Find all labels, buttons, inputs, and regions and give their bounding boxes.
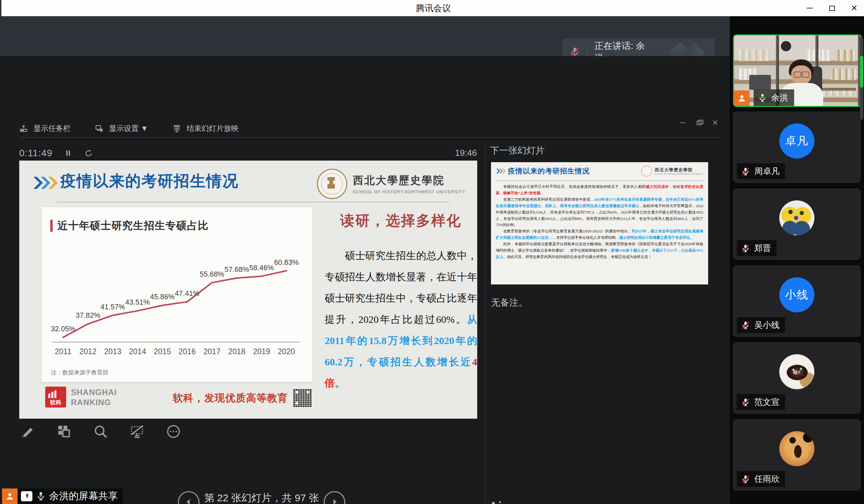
ppt-minimize-icon[interactable]	[679, 119, 687, 127]
ppt-restore-icon[interactable]	[695, 119, 703, 127]
svg-text:43.51%: 43.51%	[125, 298, 150, 306]
participant-tile[interactable]: 任雨欣	[733, 419, 861, 491]
participant-name-chip: 任雨欣	[737, 471, 785, 487]
app-title: 腾讯会议	[1, 0, 864, 16]
svg-text:45.86%: 45.86%	[150, 293, 175, 301]
participant-name-chip: 吴小线	[737, 317, 785, 333]
svg-text:2011: 2011	[55, 347, 71, 356]
timer-row: 0:11:49 19:46	[19, 146, 477, 160]
svg-text:37.82%: 37.82%	[75, 311, 100, 319]
participant-name: 吴小线	[754, 319, 780, 331]
sidebar-scrollbar	[860, 37, 863, 120]
sharer-badge-icon	[2, 489, 17, 504]
participant-name: 余洪	[771, 92, 788, 103]
mic-muted-icon	[741, 244, 750, 253]
zoom-tool-icon[interactable]	[92, 423, 109, 440]
ppt-presenter-view: 显示任务栏 显示设置 ▼ 结束幻灯片放映	[0, 56, 730, 504]
restart-timer-icon[interactable]	[84, 149, 93, 158]
scrollbar-thumb[interactable]	[860, 56, 863, 88]
black-screen-icon[interactable]	[129, 423, 145, 440]
font-decrease-button[interactable]: A▼	[511, 502, 519, 504]
brand-slogan: 软科，发现优质高等教育	[173, 391, 288, 405]
svg-text:2014: 2014	[129, 347, 146, 356]
notes-text: 无备注。	[491, 296, 528, 309]
participant-tile[interactable]: 小线 吴小线	[733, 266, 861, 337]
mic-muted-icon	[741, 167, 750, 176]
participant-name-chip: 周卓凡	[737, 163, 785, 179]
shanghairanking-name: SHANGHAI RANKING	[71, 387, 117, 407]
qr-code	[293, 389, 312, 407]
window-controls: ✕	[805, 0, 859, 16]
line-chart: 2011201220132014201520162017201820192020…	[46, 241, 306, 362]
next-slide-label: 下一张幻灯片	[490, 144, 545, 157]
font-increase-button[interactable]: A▲	[489, 499, 498, 504]
pause-timer-icon[interactable]	[64, 149, 73, 158]
minions-avatar	[779, 200, 814, 235]
participant-tile-speaker[interactable]: 余洪	[733, 34, 862, 107]
ppt-close-icon[interactable]: ✕	[711, 119, 720, 127]
show-taskbar-label: 显示任务栏	[33, 123, 71, 134]
notes-font-controls: A▲ A▼	[489, 499, 519, 504]
end-slideshow-button[interactable]: 结束幻灯片放映	[172, 123, 239, 134]
display-settings-button[interactable]: 显示设置 ▼	[95, 123, 148, 134]
chart-source-note: 注：数据来源于教育部	[51, 369, 108, 377]
display-settings-icon	[95, 124, 104, 133]
speaker-video	[734, 35, 861, 106]
elapsed-timer: 0:11:49	[19, 148, 52, 159]
svg-text:57.68%: 57.68%	[225, 266, 249, 274]
participant-name-chip: 余洪	[754, 89, 794, 106]
svg-text:2013: 2013	[104, 347, 121, 356]
participant-name-chip: 范文宣	[737, 394, 785, 410]
thumb-seal-icon	[641, 165, 652, 176]
slide-counter: 第 22 张幻灯片，共 97 张	[204, 491, 319, 504]
slide-footer: 软科 SHANGHAI RANKING 软科，发现优质高等教育	[41, 386, 312, 409]
close-icon[interactable]: ✕	[849, 3, 859, 13]
svg-text:55.68%: 55.68%	[200, 270, 225, 278]
svg-text:2020: 2020	[278, 347, 295, 356]
shanghairanking-logo: 软科	[45, 386, 66, 407]
chart-title: 近十年硕士研究生招生专硕占比	[50, 219, 208, 233]
more-options-icon[interactable]	[165, 423, 182, 440]
participant-name: 任雨欣	[754, 473, 780, 484]
slide-canvas[interactable]: 疫情以来的考研招生情况 西北大學歷史學院 SCHOOL OF HISTORY,N…	[19, 161, 477, 419]
clock-time: 19:46	[455, 148, 477, 158]
participant-name: 范文宣	[754, 396, 780, 407]
thumb-slide-title: 疫情以来的考研招生情况	[508, 166, 590, 176]
presenter-tools	[19, 423, 182, 440]
speaking-bar: 正在讲话: 余洪;	[0, 16, 730, 56]
svg-text:41.57%: 41.57%	[100, 303, 125, 311]
end-slideshow-label: 结束幻灯片放映	[187, 123, 239, 134]
ppt-window-controls: ✕	[679, 116, 725, 130]
svg-text:2015: 2015	[154, 347, 171, 356]
participant-tile[interactable]: 哇!! 范文宣	[733, 342, 861, 414]
next-slide-button[interactable]	[324, 491, 345, 504]
participant-tile[interactable]: 卓凡 周卓凡	[733, 112, 861, 183]
show-taskbar-button[interactable]: 显示任务栏	[19, 123, 71, 134]
svg-text:60.83%: 60.83%	[274, 258, 299, 267]
participant-name: 周卓凡	[754, 165, 780, 177]
avatar: 小线	[779, 277, 814, 312]
plush-avatar: 哇!!	[779, 354, 814, 389]
title-underline	[57, 202, 449, 202]
svg-text:32.05%: 32.05%	[51, 325, 75, 333]
previous-slide-button[interactable]	[178, 491, 200, 504]
display-settings-label: 显示设置 ▼	[109, 123, 148, 134]
chevrons-icon	[32, 176, 58, 189]
slide-sorter-icon[interactable]	[56, 423, 73, 440]
minimize-icon[interactable]	[805, 3, 815, 13]
share-indicator-label: 余洪的屏幕共享	[49, 490, 118, 503]
svg-text:58.46%: 58.46%	[249, 264, 274, 272]
screen-share-icon	[21, 491, 32, 501]
slide-navigation: 第 22 张幻灯片，共 97 张	[178, 491, 323, 504]
svg-text:47.41%: 47.41%	[175, 290, 200, 297]
university-name-en: SCHOOL OF HISTORY,NORTHWEST UNIVERSITY	[353, 189, 465, 194]
avatar: 卓凡	[779, 123, 814, 159]
slide-right-column: 读研，选择多样化 硕士研究生招生的总人数中，专硕招生人数增长显著，在近十年硕士研…	[325, 211, 477, 394]
university-name-cn: 西北大學歷史學院	[353, 173, 465, 187]
pen-tool-icon[interactable]	[19, 423, 36, 440]
participant-name-chip: 郑晋	[737, 240, 777, 256]
thumb-chevrons-icon	[496, 168, 506, 174]
participant-tile[interactable]: 郑晋	[733, 188, 861, 260]
restore-icon[interactable]	[827, 3, 837, 13]
next-slide-thumbnail[interactable]: 疫情以来的考研招生情况 西北大學歷史學院 SCHOOL OF HISTORY,N…	[491, 162, 708, 284]
